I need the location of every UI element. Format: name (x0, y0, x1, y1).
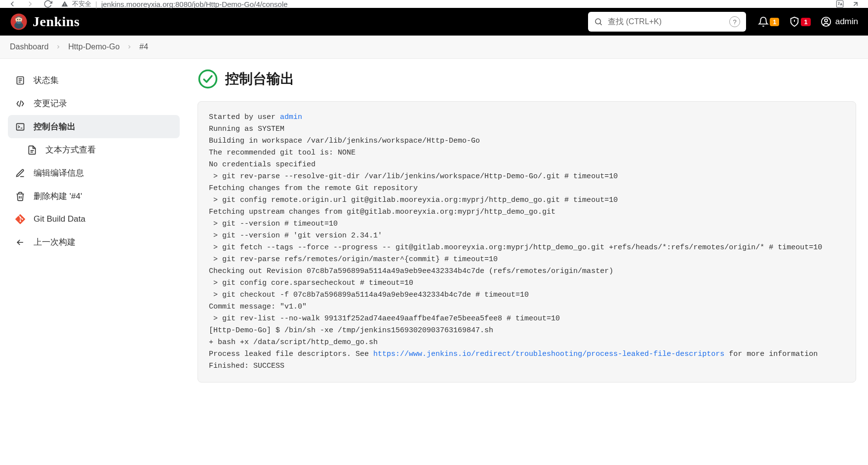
bell-icon (758, 16, 769, 27)
main-content: 控制台输出 Started by user admin Running as S… (188, 59, 868, 402)
insecure-label: 不安全 (72, 0, 91, 8)
sidebar: 状态集 变更记录 控制台输出 文本方式查看 编辑编译信息 (0, 59, 188, 402)
sidebar-item-plain-text[interactable]: 文本方式查看 (20, 138, 180, 161)
breadcrumb-build[interactable]: #4 (139, 42, 148, 51)
trash-icon (15, 191, 26, 202)
edit-icon (15, 168, 26, 179)
svg-point-4 (17, 19, 18, 20)
sidebar-item-previous-build[interactable]: 上一次构建 (8, 231, 180, 254)
search-input[interactable] (608, 17, 724, 26)
notifications-badge: 1 (770, 18, 779, 26)
url-text[interactable]: jenkins.mooreyxia.org:8080/job/Http-Demo… (101, 0, 288, 8)
jenkins-header: Jenkins ? 1 1 admin (0, 8, 868, 36)
console-text-pre: Started by user (209, 113, 280, 121)
shield-icon (789, 16, 800, 27)
sidebar-item-label: 编辑编译信息 (34, 167, 84, 179)
changes-icon (15, 98, 26, 109)
console-user-link[interactable]: admin (280, 113, 302, 121)
sidebar-item-delete-build[interactable]: 删除构建 '#4' (8, 185, 180, 208)
sidebar-item-label: 上一次构建 (34, 236, 76, 248)
search-icon (594, 17, 603, 26)
sidebar-item-changes[interactable]: 变更记录 (8, 92, 180, 115)
browser-reload-icon[interactable] (43, 0, 52, 8)
svg-point-8 (825, 19, 828, 22)
chevron-right-icon (126, 44, 132, 50)
file-text-icon (27, 145, 38, 155)
header-search-box[interactable]: ? (588, 12, 746, 32)
console-output: Started by user admin Running as SYSTEM … (197, 101, 856, 383)
jenkins-logo-area[interactable]: Jenkins (10, 13, 79, 31)
svg-point-6 (595, 19, 601, 24)
svg-rect-10 (17, 123, 24, 130)
sidebar-item-edit-build-info[interactable]: 编辑编译信息 (8, 161, 180, 185)
svg-point-5 (19, 19, 20, 20)
page-title: 控制台输出 (225, 70, 294, 88)
chevron-right-icon (55, 44, 61, 50)
breadcrumb: Dashboard Http-Demo-Go #4 (0, 36, 868, 59)
jenkins-logo-icon (10, 13, 28, 31)
search-help-icon[interactable]: ? (729, 16, 740, 27)
git-icon (15, 214, 26, 225)
jenkins-logo-text: Jenkins (33, 14, 79, 30)
sidebar-item-label: 文本方式查看 (45, 144, 96, 155)
sidebar-item-label: 状态集 (34, 75, 59, 86)
console-leak-link[interactable]: https://www.jenkins.io/redirect/troubles… (373, 350, 724, 358)
browser-forward-icon[interactable] (26, 0, 35, 8)
security-badge: 1 (801, 18, 810, 26)
status-icon (15, 75, 26, 86)
user-menu[interactable]: admin (821, 16, 858, 27)
insecure-icon (61, 0, 68, 7)
username-label: admin (835, 17, 858, 27)
sidebar-item-git-build-data[interactable]: Git Build Data (8, 208, 180, 231)
breadcrumb-job[interactable]: Http-Demo-Go (68, 42, 119, 51)
svg-point-11 (199, 71, 217, 88)
build-success-icon (197, 69, 218, 89)
terminal-icon (15, 121, 26, 132)
sidebar-item-label: 变更记录 (34, 98, 67, 109)
browser-chrome-bar: 不安全 | jenkins.mooreyxia.org:8080/job/Htt… (0, 0, 868, 8)
svg-rect-0 (836, 0, 843, 7)
user-icon (821, 16, 831, 27)
sidebar-item-label: 控制台输出 (34, 121, 76, 132)
sidebar-item-label: 删除构建 '#4' (34, 191, 82, 202)
notifications-button[interactable]: 1 (758, 16, 779, 27)
sidebar-item-console-output[interactable]: 控制台输出 (8, 115, 180, 138)
browser-back-icon[interactable] (8, 0, 17, 8)
translate-icon[interactable] (835, 0, 844, 8)
sidebar-item-label: Git Build Data (34, 214, 85, 224)
sidebar-item-status[interactable]: 状态集 (8, 69, 180, 92)
console-text-body: Running as SYSTEM Building in workspace … (209, 125, 822, 358)
share-icon[interactable] (851, 0, 860, 8)
arrow-left-icon (15, 237, 26, 248)
breadcrumb-dashboard[interactable]: Dashboard (10, 42, 48, 51)
security-alerts-button[interactable]: 1 (789, 16, 810, 27)
